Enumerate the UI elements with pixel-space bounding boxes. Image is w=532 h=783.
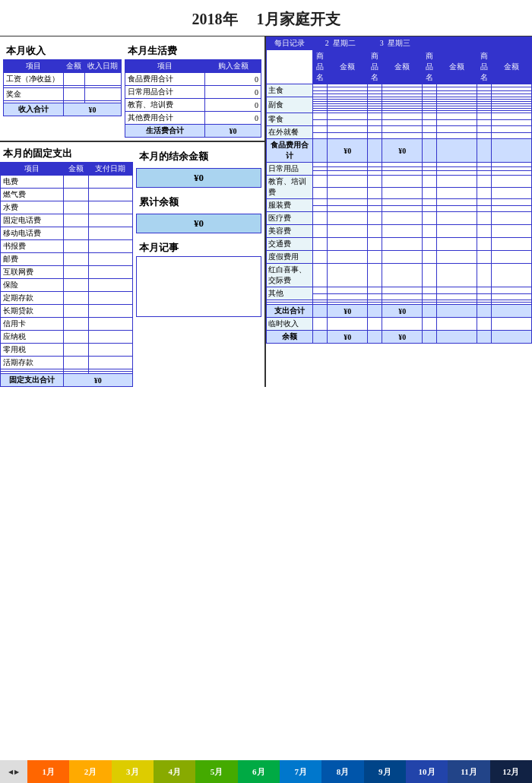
fixed-item-6: 书报费 [1, 240, 64, 253]
living-row: 其他费用合计 0 [125, 112, 261, 125]
fixed-row: 书报费 [1, 240, 133, 253]
month-label: 1 [257, 11, 264, 28]
clothing-label: 服装费 [267, 199, 313, 212]
living-total-row: 生活费合计 ¥0 [125, 125, 261, 138]
fixed-row: 燃气费 [1, 189, 133, 201]
month-tab-10[interactable]: 10月 [406, 760, 448, 783]
living-item-2: 日常用品合计 [125, 86, 205, 99]
living-item-1: 食品费用合计 [125, 73, 205, 86]
income-date-3[interactable] [84, 88, 121, 101]
income-total-value: ¥0 [64, 103, 122, 116]
fixed-item-5: 移动电话费 [1, 227, 64, 240]
nav-arrows[interactable]: ◀ ▶ [0, 760, 27, 783]
fixed-row: 水费 [1, 201, 133, 214]
next-arrow[interactable]: ▶ [14, 769, 19, 775]
month-tab-5[interactable]: 5月 [195, 760, 237, 783]
edu-row-1: 教育、培训费 [267, 176, 532, 188]
living-amount-1: 0 [205, 73, 261, 86]
snack-row-1: 零食 [267, 113, 532, 120]
expense-total-row: 支出合计 ¥0 ¥0 [267, 305, 532, 318]
month-tab-12[interactable]: 12月 [490, 760, 532, 783]
income-date-1[interactable] [84, 73, 121, 86]
daily-items-label: 日常用品 [267, 163, 313, 176]
month-tab-7[interactable]: 7月 [280, 760, 321, 783]
fixed-table: 项目 金额 支付日期 电费 燃气 [0, 162, 133, 387]
fixed-item-11: 长期贷款 [1, 305, 64, 318]
income-amount-1[interactable] [64, 73, 85, 86]
fixed-item-13: 应纳税 [1, 331, 64, 344]
cumulative-title: 累计余额 [136, 191, 261, 211]
fixed-col-item: 项目 [1, 163, 64, 176]
income-total-label: 收入合计 [4, 103, 64, 116]
fixed-item-3: 水费 [1, 201, 64, 214]
balance-val-2: ¥0 [382, 331, 423, 344]
living-row: 食品费用合计 0 [125, 73, 261, 86]
fixed-item-4: 固定电话费 [1, 214, 64, 227]
events-label: 红白喜事、交际费 [267, 264, 313, 287]
clothing-row-1: 服装费 [267, 199, 532, 206]
balance-row: 余额 ¥0 ¥0 [267, 331, 532, 344]
fixed-item-10: 定期存款 [1, 292, 64, 305]
fixed-row: 长期贷款 [1, 305, 133, 318]
month-tab-1[interactable]: 1月 [27, 760, 69, 783]
fixed-row: 固定电话费 [1, 214, 133, 227]
other-label: 其他 [267, 287, 313, 300]
fixed-row: 移动电话费 [1, 227, 133, 240]
fixed-item-14: 零用税 [1, 344, 64, 357]
other-row-1: 其他 [267, 287, 532, 294]
expense-total-val-4 [492, 305, 532, 318]
food-total-val-3 [437, 139, 477, 163]
income-amount-3[interactable] [64, 88, 85, 101]
living-col-item: 项目 [125, 60, 205, 73]
fixed-total-row: 固定支出合计 ¥0 [1, 374, 133, 387]
day4-header [423, 37, 477, 50]
dining-out-row-1: 在外就餐 [267, 126, 532, 133]
income-section: 本月收入 项目 金额 收入日期 工资（净收益） [0, 36, 125, 141]
living-section: 本月生活费 项目 购入金额 食品费用合计 0 [125, 36, 264, 141]
prev-arrow[interactable]: ◀ [8, 769, 13, 775]
transport-label: 交通费 [267, 238, 313, 251]
food-total-label: 食品费用合计 [267, 139, 313, 163]
month-tab-4[interactable]: 4月 [154, 760, 195, 783]
income-col-amount: 金额 [64, 60, 85, 73]
food-total-row: 食品费用合计 ¥0 ¥0 [267, 139, 532, 163]
fixed-total-value: ¥0 [63, 374, 132, 387]
living-title: 本月生活费 [125, 40, 261, 59]
income-item-1: 工资（净收益） [4, 73, 64, 86]
balance-val-4 [492, 331, 532, 344]
fixed-title: 本月的固定支出 [0, 142, 133, 162]
month-tab-9[interactable]: 9月 [364, 760, 406, 783]
income-col-item: 项目 [4, 60, 64, 73]
month-tab-2[interactable]: 2月 [69, 760, 111, 783]
sub-header-item4: 商品名 [477, 50, 492, 84]
month-tab-11[interactable]: 11月 [448, 760, 489, 783]
top-sections: 本月收入 项目 金额 收入日期 工资（净收益） [0, 36, 264, 141]
income-col-date: 收入日期 [84, 60, 121, 73]
expense-total-val-1: ¥0 [328, 305, 368, 318]
fixed-item-2: 燃气费 [1, 189, 64, 201]
sub-header-item2: 商品名 [368, 50, 382, 84]
sub-header-amt1: 金额 [328, 50, 368, 84]
notes-box[interactable] [136, 256, 261, 317]
living-row: 教育、培训费 0 [125, 99, 261, 112]
fixed-row: 保险 [1, 279, 133, 292]
daily-table: 每日记录 2 星期二 3 星期三 商品名 金额 [266, 36, 532, 344]
monthly-balance-value: ¥0 [136, 168, 261, 188]
sub-header-amt2: 金额 [382, 50, 423, 84]
fixed-item-15: 活期存款 [1, 357, 64, 369]
year-label: 2018 [192, 11, 223, 28]
month-tabs: ◀ ▶ 1月 2月 3月 4月 5月 6月 7月 8月 9月 10月 11月 1… [0, 760, 532, 783]
beauty-label: 美容费 [267, 225, 313, 238]
month-tab-8[interactable]: 8月 [321, 760, 363, 783]
fixed-item-1: 电费 [1, 176, 64, 189]
balance-val-3 [437, 331, 477, 344]
month-tab-3[interactable]: 3月 [112, 760, 154, 783]
fixed-col-date: 支付日期 [88, 163, 132, 176]
bottom-left: 本月的固定支出 项目 金额 支付日期 电费 [0, 141, 264, 387]
income-title: 本月收入 [3, 40, 122, 59]
sub-header-item3: 商品名 [423, 50, 437, 84]
income-table: 项目 金额 收入日期 工资（净收益） [3, 59, 122, 116]
side-food-label: 副食 [267, 97, 313, 113]
day3-header: 3 星期三 [368, 37, 423, 50]
month-tab-6[interactable]: 6月 [238, 760, 280, 783]
